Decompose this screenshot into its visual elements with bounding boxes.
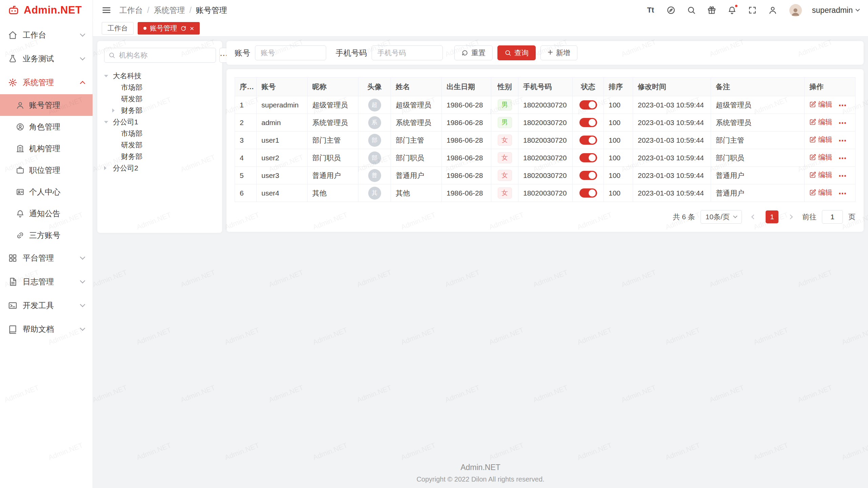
sidebar-item-help[interactable]: 帮助文档 (0, 317, 93, 341)
row-more-button[interactable]: ⋯ (839, 171, 846, 180)
refresh-icon[interactable] (180, 25, 186, 32)
close-icon[interactable]: × (190, 25, 194, 32)
row-more-button[interactable]: ⋯ (839, 101, 846, 110)
tree-node[interactable]: 市场部 (104, 128, 215, 139)
phone-input[interactable] (372, 45, 443, 60)
cell-actions: 编辑⋯ (805, 184, 855, 202)
sidebar-subitem-account[interactable]: 账号管理 (0, 94, 93, 116)
edit-button[interactable]: 编辑 (809, 135, 832, 144)
tree-node[interactable]: 大名科技 (104, 70, 215, 82)
font-size-icon[interactable]: Tt (646, 5, 656, 15)
cell-account: superadmin (257, 96, 308, 114)
chevron-down-icon (855, 7, 860, 12)
breadcrumb-item[interactable]: 系统管理 (154, 5, 185, 16)
page-size-select[interactable]: 10条/页 (701, 210, 742, 224)
cell-birthday: 1986-06-28 (442, 149, 491, 167)
row-more-button[interactable]: ⋯ (839, 189, 846, 198)
cell-gender: 男 (491, 114, 518, 131)
cell-status (573, 114, 604, 131)
sidebar-item-business-test[interactable]: 业务测试 (0, 47, 93, 70)
sidebar-subitem-position[interactable]: 职位管理 (0, 159, 93, 181)
status-toggle[interactable] (579, 153, 597, 162)
breadcrumb-item[interactable]: 工作台 (119, 5, 143, 16)
tree-node[interactable]: 分公司1 (104, 116, 215, 128)
hamburger-menu-icon[interactable] (102, 5, 111, 15)
robot-logo-icon (7, 4, 20, 16)
sidebar-item-platform[interactable]: 平台管理 (0, 246, 93, 270)
user-icon[interactable] (768, 5, 778, 15)
tab-account-active[interactable]: 账号管理 × (138, 22, 200, 35)
status-toggle[interactable] (579, 171, 597, 180)
cell-modified: 2023-01-03 10:59:44 (633, 149, 711, 167)
sidebar-item-devtools[interactable]: 开发工具 (0, 293, 93, 317)
id-card-icon (16, 188, 24, 196)
col-phone: 手机号码 (518, 78, 573, 96)
sidebar-item-logs[interactable]: 日志管理 (0, 270, 93, 293)
tree-node[interactable]: 市场部 (104, 82, 215, 93)
caret-down-icon[interactable] (104, 121, 113, 123)
app-logo[interactable]: Admin.NET (0, 0, 93, 20)
row-more-button[interactable]: ⋯ (839, 136, 846, 145)
reset-button[interactable]: 重置 (454, 45, 493, 60)
refresh-icon (461, 49, 468, 56)
cell-modified: 2023-01-03 10:59:44 (633, 114, 711, 131)
cell-gender: 女 (491, 184, 518, 202)
caret-right-icon[interactable] (112, 108, 121, 113)
row-more-button[interactable]: ⋯ (839, 119, 846, 127)
tree-node[interactable]: 研发部 (104, 139, 215, 151)
sidebar-item-workbench[interactable]: 工作台 (0, 23, 93, 47)
sidebar-subitem-notice[interactable]: 通知公告 (0, 203, 93, 224)
tab-workbench[interactable]: 工作台 (102, 22, 134, 35)
caret-down-icon[interactable] (104, 75, 113, 77)
status-toggle[interactable] (579, 188, 597, 198)
tree-node[interactable]: 财务部 (104, 105, 215, 116)
cell-status (573, 184, 604, 202)
edit-icon (809, 101, 816, 108)
tree-node[interactable]: 研发部 (104, 93, 215, 105)
goto-label: 前往 (802, 212, 816, 222)
sidebar-item-label: 工作台 (23, 30, 46, 40)
page-number-active[interactable]: 1 (766, 210, 778, 223)
discover-icon[interactable] (666, 5, 676, 15)
edit-button[interactable]: 编辑 (809, 188, 832, 197)
search-icon[interactable] (686, 5, 696, 15)
user-menu[interactable]: superadmin (812, 6, 859, 15)
add-button[interactable]: + 新增 (540, 45, 577, 60)
cell-avatar: 部 (358, 131, 391, 149)
bell-icon[interactable] (727, 5, 737, 15)
account-input[interactable] (255, 45, 326, 60)
sidebar-subitem-organization[interactable]: 机构管理 (0, 138, 93, 159)
sidebar-item-label: 系统管理 (23, 77, 54, 88)
prev-page-button[interactable] (747, 210, 760, 223)
row-more-button[interactable]: ⋯ (839, 154, 846, 163)
col-remark: 备注 (711, 78, 805, 96)
col-sort: 排序 (604, 78, 633, 96)
sidebar-item-system[interactable]: 系统管理 (0, 70, 93, 94)
avatar[interactable] (789, 4, 802, 17)
caret-right-icon[interactable] (104, 166, 113, 170)
gift-icon[interactable] (707, 5, 717, 15)
status-toggle[interactable] (579, 136, 597, 145)
cell-account: user2 (257, 149, 308, 167)
org-search-input[interactable] (118, 51, 212, 60)
sidebar-subitem-third-party[interactable]: 三方账号 (0, 224, 93, 246)
cell-modified: 2023-01-03 10:59:44 (633, 184, 711, 202)
cell-modified: 2023-01-03 10:59:44 (633, 167, 711, 184)
sidebar-subitem-profile[interactable]: 个人中心 (0, 181, 93, 203)
cell-birthday: 1986-06-28 (442, 114, 491, 131)
edit-button[interactable]: 编辑 (809, 152, 832, 162)
sidebar-subitem-role[interactable]: 角色管理 (0, 116, 93, 138)
tree-node[interactable]: 分公司2 (104, 162, 215, 174)
tree-node[interactable]: 财务部 (104, 151, 215, 162)
edit-button[interactable]: 编辑 (809, 117, 832, 127)
search-button[interactable]: 查询 (497, 45, 536, 60)
cell-nickname: 超级管理员 (308, 96, 358, 114)
status-toggle[interactable] (579, 100, 597, 109)
edit-button[interactable]: 编辑 (809, 170, 832, 180)
edit-button[interactable]: 编辑 (809, 100, 832, 109)
next-page-button[interactable] (784, 210, 797, 223)
fullscreen-icon[interactable] (747, 5, 757, 15)
status-toggle[interactable] (579, 118, 597, 127)
cell-remark: 部门职员 (711, 149, 805, 167)
goto-page-input[interactable] (822, 210, 843, 224)
